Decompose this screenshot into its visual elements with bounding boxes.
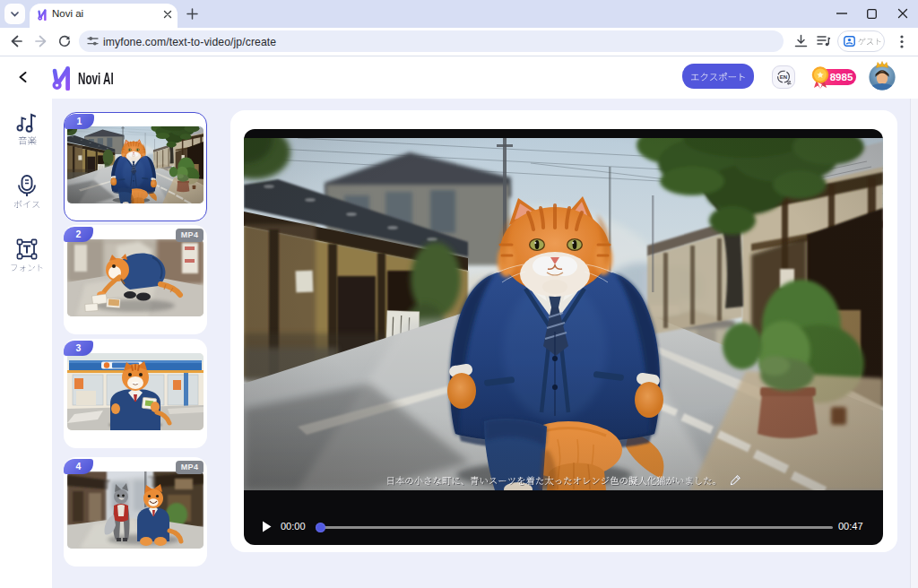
svg-text:EN: EN [780,74,787,80]
